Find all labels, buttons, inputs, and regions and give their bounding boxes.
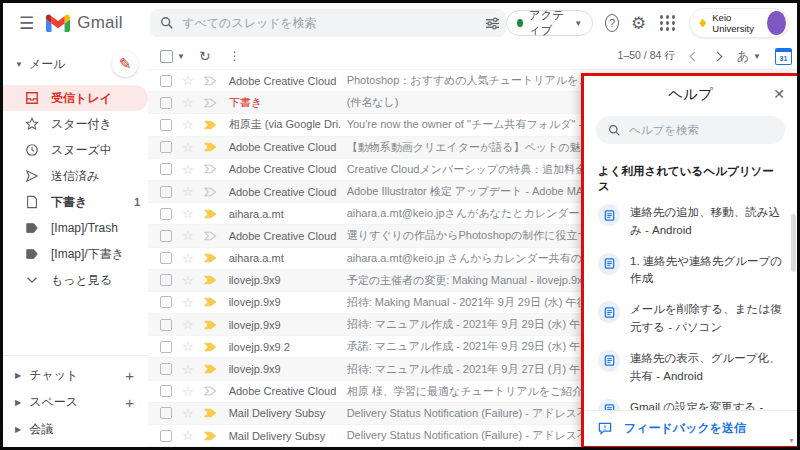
sidebar-item-snoozed[interactable]: スヌーズ中 xyxy=(3,137,148,163)
more-options-icon[interactable]: ⋮ xyxy=(229,49,241,63)
help-scrollbar[interactable] xyxy=(791,214,796,272)
help-panel-body: よく利用されているヘルプリソース 連絡先の追加、移動、読み込み - Androi… xyxy=(584,156,797,410)
importance-marker-icon[interactable] xyxy=(204,297,217,307)
input-tools-button[interactable]: あ ▼ xyxy=(737,48,761,65)
importance-marker-icon[interactable] xyxy=(204,164,217,174)
select-checkbox[interactable] xyxy=(160,385,172,397)
importance-marker-icon[interactable] xyxy=(204,386,217,396)
star-icon[interactable]: ☆ xyxy=(182,296,194,309)
help-article-item[interactable]: 連絡先の表示、グループ化、共有 - Android xyxy=(598,350,783,386)
search-bar[interactable] xyxy=(150,9,506,37)
select-checkbox[interactable] xyxy=(160,363,172,375)
star-icon[interactable]: ☆ xyxy=(182,163,194,176)
select-checkbox[interactable] xyxy=(160,163,172,175)
sidebar-item-sent[interactable]: 送信済み xyxy=(3,163,148,189)
newer-page-icon[interactable] xyxy=(689,51,699,61)
importance-marker-icon[interactable] xyxy=(204,431,217,441)
gmail-logo-text: Gmail xyxy=(77,13,122,33)
sidebar-item-imap-drafts[interactable]: [Imap]/下書き xyxy=(3,241,148,267)
star-icon[interactable]: ☆ xyxy=(182,74,194,87)
importance-marker-icon[interactable] xyxy=(204,408,217,418)
help-search-bar[interactable] xyxy=(596,116,785,144)
send-feedback-button[interactable]: フィードバックを送信 ▼ xyxy=(584,410,797,446)
new-space-button[interactable]: + xyxy=(125,394,134,411)
availability-status[interactable]: アクティブ ▼ xyxy=(506,10,593,36)
select-dropdown-icon[interactable]: ▼ xyxy=(177,52,185,61)
select-checkbox[interactable] xyxy=(160,97,172,109)
select-checkbox[interactable] xyxy=(160,208,172,220)
close-icon[interactable]: ✕ xyxy=(761,86,797,102)
hamburger-menu-icon[interactable]: ☰ xyxy=(17,13,46,34)
select-checkbox[interactable] xyxy=(160,230,172,242)
select-checkbox[interactable] xyxy=(160,75,172,87)
calendar-icon[interactable]: 31 xyxy=(775,48,792,65)
select-checkbox[interactable] xyxy=(160,141,172,153)
new-chat-button[interactable]: + xyxy=(125,367,134,384)
sidebar-item-meet[interactable]: ▶ 会議 xyxy=(3,416,148,443)
star-icon[interactable]: ☆ xyxy=(182,385,194,398)
importance-marker-icon[interactable] xyxy=(204,253,217,263)
google-apps-icon[interactable] xyxy=(660,15,663,19)
importance-marker-icon[interactable] xyxy=(204,231,217,241)
sidebar-item-chat[interactable]: ▶ チャット + xyxy=(3,362,148,389)
help-search-input[interactable] xyxy=(629,124,773,136)
help-article-item[interactable]: Gmail の設定を変更する - Android xyxy=(598,399,783,411)
importance-marker-icon[interactable] xyxy=(204,320,217,330)
importance-marker-icon[interactable] xyxy=(204,98,217,108)
star-icon[interactable]: ☆ xyxy=(182,141,194,154)
account-badge[interactable]: Keio University xyxy=(689,8,789,38)
importance-marker-icon[interactable] xyxy=(204,187,217,197)
scroll-down-arrow-icon[interactable]: ▼ xyxy=(788,437,795,444)
importance-marker-icon[interactable] xyxy=(204,209,217,219)
select-checkbox[interactable] xyxy=(160,119,172,131)
select-checkbox[interactable] xyxy=(160,341,172,353)
help-article-item[interactable]: メールを削除する、または復元する - パソコン xyxy=(598,301,783,337)
help-article-item[interactable]: 連絡先の追加、移動、読み込み - Android xyxy=(598,204,783,240)
sidebar-item-more[interactable]: もっと見る xyxy=(3,267,148,293)
avatar[interactable] xyxy=(767,11,786,35)
mail-section-header[interactable]: ▼ メール ✎ xyxy=(3,49,148,85)
star-icon[interactable]: ☆ xyxy=(182,318,194,331)
importance-marker-icon[interactable] xyxy=(204,76,217,86)
importance-marker-icon[interactable] xyxy=(204,142,217,152)
star-icon[interactable]: ☆ xyxy=(182,96,194,109)
sidebar-item-spaces[interactable]: ▶ スペース + xyxy=(3,389,148,416)
importance-marker-icon[interactable] xyxy=(204,275,217,285)
help-icon[interactable]: ? xyxy=(605,14,619,32)
sidebar-item-inbox[interactable]: 受信トレイ xyxy=(3,85,148,111)
importance-marker-icon[interactable] xyxy=(204,120,217,130)
star-icon[interactable]: ☆ xyxy=(182,229,194,242)
select-checkbox[interactable] xyxy=(160,252,172,264)
select-all-checkbox[interactable] xyxy=(160,50,173,63)
search-options-icon[interactable] xyxy=(485,16,500,31)
star-icon[interactable]: ☆ xyxy=(182,185,194,198)
star-icon[interactable]: ☆ xyxy=(182,407,194,420)
settings-gear-icon[interactable]: ⚙ xyxy=(631,15,646,32)
older-page-icon[interactable] xyxy=(712,51,722,61)
star-icon[interactable]: ☆ xyxy=(182,118,194,131)
star-icon[interactable]: ☆ xyxy=(182,252,194,265)
select-checkbox[interactable] xyxy=(160,274,172,286)
org-name: Keio University xyxy=(712,12,761,34)
select-checkbox[interactable] xyxy=(160,319,172,331)
importance-marker-icon[interactable] xyxy=(204,342,217,352)
sidebar-item-drafts[interactable]: 下書き 1 xyxy=(3,189,148,215)
select-checkbox[interactable] xyxy=(160,186,172,198)
compose-button[interactable]: ✎ xyxy=(112,51,138,77)
star-icon[interactable]: ☆ xyxy=(182,274,194,287)
sidebar-item-starred[interactable]: スター付き xyxy=(3,111,148,137)
star-icon[interactable]: ☆ xyxy=(182,363,194,376)
select-checkbox[interactable] xyxy=(160,407,172,419)
article-title: 連絡先の追加、移動、読み込み - Android xyxy=(630,204,783,240)
refresh-icon[interactable]: ↻ xyxy=(199,48,211,64)
star-icon[interactable]: ☆ xyxy=(182,429,194,442)
help-article-item[interactable]: 1. 連絡先や連絡先グループの作成 xyxy=(598,253,783,289)
sidebar-item-imap-trash[interactable]: [Imap]/Trash xyxy=(3,215,148,241)
star-icon[interactable]: ☆ xyxy=(182,340,194,353)
sidebar-item-label: スター付き xyxy=(51,116,112,133)
select-checkbox[interactable] xyxy=(160,296,172,308)
select-checkbox[interactable] xyxy=(160,430,172,442)
star-icon[interactable]: ☆ xyxy=(182,207,194,220)
importance-marker-icon[interactable] xyxy=(204,364,217,374)
search-input[interactable] xyxy=(182,16,481,30)
